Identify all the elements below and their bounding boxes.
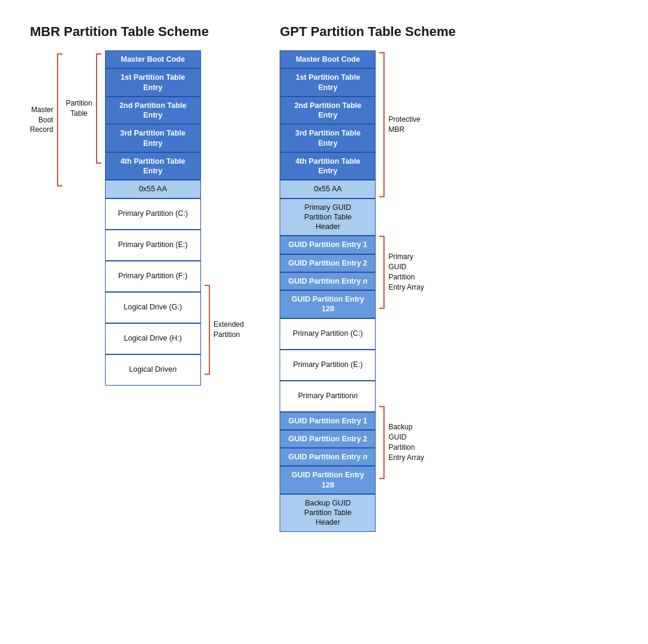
protective-mbr-label: ProtectiveMBR — [388, 115, 420, 135]
backup-guid-array-bracket-svg — [378, 404, 386, 481]
gpt-cell-4th-partition: 4th Partition TableEntry — [280, 152, 376, 180]
gpt-right-labels: ProtectiveMBR PrimaryGUIDPartitionEntry … — [378, 50, 424, 481]
gpt-cell-backup-guid-entry-1: GUID Partition Entry 1 — [280, 412, 376, 430]
mbr-scheme: MBR Partition Table Scheme MasterBootRec… — [30, 24, 244, 532]
mbr-cell-4th-partition: 4th Partition TableEntry — [105, 152, 201, 180]
extended-partition-label: ExtendedPartition — [214, 320, 244, 340]
gpt-cell-2nd-partition: 2nd Partition TableEntry — [280, 97, 376, 125]
mbr-cell-0x55aa: 0x55 AA — [105, 180, 201, 198]
gpt-cell-primary-guid-header: Primary GUIDPartition TableHeader — [280, 198, 376, 236]
gpt-cells: Master Boot Code 1st Partition TableEntr… — [280, 50, 376, 532]
mbr-extended-group: Logical Drive (G:) Logical Drive (H:) Lo… — [105, 292, 201, 386]
gpt-cell-primary-e: Primary Partition (E:) — [280, 350, 376, 381]
gpt-cell-guid-entry-2: GUID Partition Entry 2 — [280, 254, 376, 272]
gpt-cell-3rd-partition: 3rd Partition TableEntry — [280, 124, 376, 152]
gpt-cell-backup-guid-entry-n: GUID Partition Entry n — [280, 448, 376, 466]
extended-bracket-svg — [203, 283, 212, 377]
mbr-cell-3rd-partition: 3rd Partition TableEntry — [105, 124, 201, 152]
partition-table-bracket-svg — [94, 52, 103, 165]
main-container: MBR Partition Table Scheme MasterBootRec… — [12, 12, 636, 544]
mbr-cell-2nd-partition: 2nd Partition TableEntry — [105, 97, 201, 125]
gpt-cell-backup-guid-entry-128: GUID Partition Entry128 — [280, 466, 376, 494]
gpt-cell-guid-entry-1: GUID Partition Entry 1 — [280, 236, 376, 254]
mbr-title: MBR Partition Table Scheme — [30, 24, 244, 40]
mbr-partition-table-label: PartitionTable — [66, 98, 92, 119]
protective-mbr-bracket-svg — [378, 50, 386, 199]
mbr-cell-primary-c: Primary Partition (C:) — [105, 198, 201, 230]
primary-guid-array-bracket-svg — [378, 234, 386, 311]
mbr-bracket-svg — [55, 52, 64, 188]
mbr-cell-1st-partition: 1st Partition TableEntry — [105, 68, 201, 97]
mbr-cell-logical-n: Logical Drive n — [105, 354, 201, 386]
gpt-cell-0x55aa: 0x55 AA — [280, 180, 376, 198]
gpt-cell-guid-entry-n: GUID Partition Entry n — [280, 272, 376, 290]
backup-guid-array-label: BackupGUIDPartitionEntry Array — [388, 422, 424, 462]
mbr-cell-logical-g: Logical Drive (G:) — [105, 292, 201, 323]
gpt-cell-guid-entry-128: GUID Partition Entry128 — [280, 290, 376, 318]
gpt-cell-1st-partition: 1st Partition TableEntry — [280, 68, 376, 97]
gpt-title: GPT Partition Table Scheme — [280, 24, 455, 40]
mbr-cells: Master Boot Code 1st Partition TableEntr… — [105, 50, 201, 386]
gpt-cell-primary-n: Primary Partition n — [280, 381, 376, 412]
gpt-cell-backup-guid-header: Backup GUIDPartition TableHeader — [280, 494, 376, 532]
mbr-cell-master-boot-code: Master Boot Code — [105, 50, 201, 68]
primary-guid-array-label: PrimaryGUIDPartitionEntry Array — [388, 252, 424, 292]
gpt-cell-master-boot-code: Master Boot Code — [280, 50, 376, 68]
mbr-cell-logical-h: Logical Drive (H:) — [105, 323, 201, 354]
gpt-cell-primary-c: Primary Partition (C:) — [280, 318, 376, 350]
mbr-cell-primary-e: Primary Partition (E:) — [105, 230, 201, 261]
gpt-scheme: GPT Partition Table Scheme Master Boot C… — [280, 24, 455, 532]
mbr-left-label-mbr: MasterBootRecord — [30, 105, 53, 135]
mbr-cell-primary-f: Primary Partition (F:) — [105, 261, 201, 292]
gpt-cell-backup-guid-entry-2: GUID Partition Entry 2 — [280, 430, 376, 448]
